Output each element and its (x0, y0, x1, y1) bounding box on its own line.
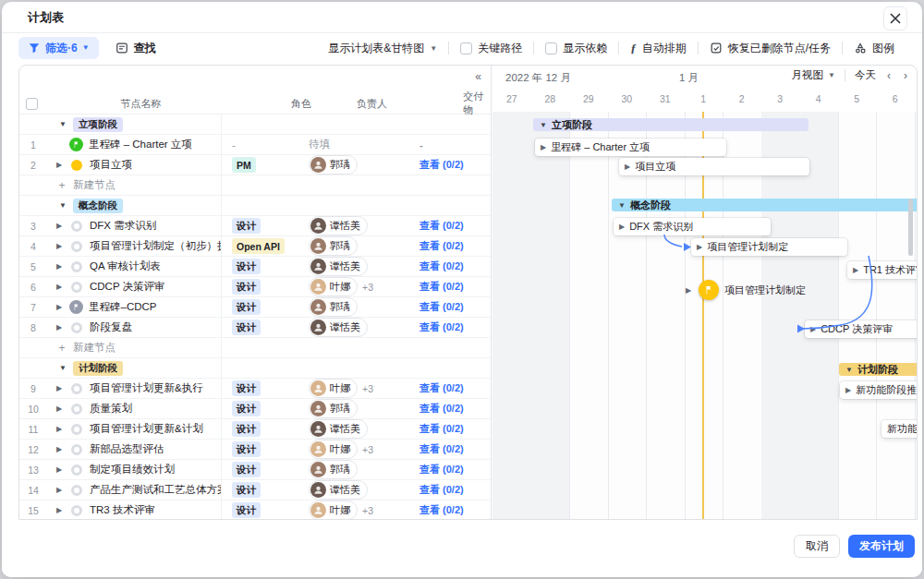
view-link[interactable]: 查看 (0/2) (419, 321, 464, 332)
owner-pill[interactable]: 郭瑀 (309, 399, 358, 418)
table-row[interactable]: 14▶产品生产测试和工艺总体方案设计设计谭恬美查看 (0/2) (19, 480, 491, 501)
owner-pill[interactable]: 叶娜 (309, 277, 358, 296)
expand-caret-icon[interactable]: ▶ (55, 404, 64, 413)
gantt-phase-bar[interactable]: ▼立项阶段 (533, 118, 808, 131)
gantt-task-bar[interactable]: ▶DFX 需求识别 (614, 218, 771, 235)
add-node-button[interactable]: 新建节点 (73, 341, 116, 355)
view-mode-select[interactable]: 显示计划表&甘特图 ▼ (317, 41, 448, 56)
phase-group-row[interactable]: ▼概念阶段 (19, 196, 491, 216)
expand-caret-icon[interactable]: ▶ (55, 222, 64, 230)
owner-pill[interactable]: 叶娜 (309, 501, 358, 519)
header-checkbox[interactable] (26, 98, 38, 110)
owner-pill[interactable]: 叶娜 (309, 440, 358, 459)
table-row[interactable]: 2▶项目立项PM郭瑀查看 (0/2) (19, 155, 491, 175)
gantt-task-bar[interactable]: ▶项目立项 (619, 158, 809, 175)
table-row[interactable]: 3▶DFX 需求识别设计谭恬美查看 (0/2) (19, 216, 491, 236)
owner-pill[interactable]: 谭恬美 (309, 419, 368, 439)
filter-chip[interactable]: 筛选·6 ▼ (18, 37, 99, 59)
gantt-task-bar[interactable]: ▶里程碑 – Charter 立项 (535, 139, 726, 156)
collapse-caret-icon[interactable]: ▼ (845, 366, 853, 374)
view-link[interactable]: 查看 (0/2) (419, 220, 464, 231)
find-button[interactable]: 查找 (116, 41, 156, 56)
expand-caret-icon[interactable]: ▶ (55, 425, 64, 433)
gantt-task-bar[interactable]: ▶项目管理计划制定 (691, 238, 847, 256)
expand-caret-icon[interactable]: ▶ (55, 506, 64, 514)
expand-caret-icon[interactable]: ▶ (55, 445, 64, 453)
table-row[interactable]: 6▶CDCP 决策评审设计叶娜+3查看 (0/2) (19, 277, 491, 297)
view-link[interactable]: 查看 (0/2) (419, 159, 464, 170)
close-button[interactable] (883, 6, 907, 30)
phase-group-row[interactable]: ▼计划阶段 (19, 358, 491, 379)
owner-pill[interactable]: 谭恬美 (309, 480, 368, 500)
view-link[interactable]: 查看 (0/2) (419, 443, 464, 454)
collapse-caret-icon[interactable]: ▼ (540, 121, 547, 129)
table-row[interactable]: 8▶阶段复盘设计谭恬美查看 (0/2) (19, 318, 491, 338)
show-deps-toggle[interactable]: 显示依赖 (534, 41, 618, 56)
gantt-task-bar[interactable]: 新功能阶段推广 (881, 420, 917, 438)
collapse-caret-icon[interactable]: ▼ (58, 201, 67, 210)
expand-caret-icon[interactable]: ▶ (55, 242, 64, 250)
add-node-row[interactable]: +新建节点 (19, 175, 491, 196)
table-row[interactable]: 10▶质量策划设计郭瑀查看 (0/2) (19, 399, 491, 419)
collapse-table-button[interactable]: « (475, 70, 480, 83)
expand-caret-icon[interactable]: ▶ (55, 384, 64, 392)
expand-caret-icon[interactable]: ▶ (55, 323, 64, 332)
expand-caret-icon[interactable]: ▶ (55, 486, 64, 494)
legend-button[interactable]: 图例 (843, 41, 906, 56)
table-row[interactable]: 15▶TR3 技术评审设计叶娜+3查看 (0/2) (19, 501, 491, 519)
expand-caret-icon[interactable]: ▶ (845, 386, 851, 394)
owner-pill[interactable]: 郭瑀 (309, 236, 358, 256)
owner-pill[interactable]: 郭瑀 (309, 297, 358, 317)
table-row[interactable]: 4▶项目管理计划制定（初步）执行Open API郭瑀查看 (0/2) (19, 236, 491, 257)
expand-caret-icon[interactable]: ▶ (55, 283, 64, 291)
collapse-caret-icon[interactable]: ▼ (58, 364, 67, 372)
critical-path-toggle[interactable]: 关键路径 (449, 41, 533, 56)
auto-schedule-button[interactable]: ƒ 自动排期 (619, 41, 698, 56)
view-link[interactable]: 查看 (0/2) (419, 301, 464, 312)
expand-caret-icon[interactable]: ▶ (697, 243, 702, 251)
expand-caret-icon[interactable]: ▶ (541, 143, 546, 151)
table-row[interactable]: 11▶项目管理计划更新&计划设计谭恬美查看 (0/2) (19, 419, 491, 440)
cancel-button[interactable]: 取消 (794, 535, 840, 558)
table-row[interactable]: 13▶制定项目绩效计划设计郭瑀查看 (0/2) (19, 460, 491, 480)
expand-caret-icon[interactable]: ▶ (55, 465, 64, 474)
gantt-phase-bar[interactable]: ▼计划阶段 (839, 363, 917, 376)
publish-button[interactable]: 发布计划 (848, 535, 915, 558)
view-link[interactable]: 查看 (0/2) (419, 260, 464, 271)
milestone-flag-group[interactable]: ▶项目管理计划制定 (684, 280, 806, 300)
view-link[interactable]: 查看 (0/2) (419, 382, 464, 393)
owner-pill[interactable]: 郭瑀 (309, 155, 358, 175)
table-row[interactable]: 1▶里程碑 – Charter 立项-待填- (19, 135, 491, 155)
prev-button[interactable]: ‹ (885, 69, 893, 82)
table-row[interactable]: 12▶新部品选型评估设计叶娜+3查看 (0/2) (19, 440, 491, 460)
view-link[interactable]: 查看 (0/2) (419, 464, 464, 475)
expand-caret-icon[interactable]: ▶ (810, 325, 816, 333)
today-button[interactable]: 今天 (855, 68, 876, 82)
collapse-caret-icon[interactable]: ▼ (58, 120, 67, 128)
expand-caret-icon[interactable]: ▶ (619, 223, 625, 231)
add-node-button[interactable]: 新建节点 (73, 178, 116, 192)
expand-caret-icon[interactable]: ▶ (625, 163, 630, 171)
view-link[interactable]: 查看 (0/2) (419, 403, 464, 414)
table-row[interactable]: 5▶QA 审核计划表设计谭恬美查看 (0/2) (19, 257, 491, 277)
gantt-task-bar[interactable]: ▶CDCP 决策评审 (805, 320, 917, 338)
table-row[interactable]: 7▶里程碑–CDCP设计郭瑀查看 (0/2) (19, 297, 491, 318)
view-link[interactable]: 查看 (0/2) (419, 240, 464, 251)
owner-pill[interactable]: 谭恬美 (309, 216, 368, 235)
view-link[interactable]: 查看 (0/2) (419, 423, 464, 434)
owner-pill[interactable]: 叶娜 (309, 379, 358, 398)
phase-group-row[interactable]: ▼立项阶段 (19, 115, 491, 135)
next-button[interactable]: › (902, 69, 909, 82)
show-deps-checkbox[interactable] (545, 42, 557, 54)
view-link[interactable]: 查看 (0/2) (419, 504, 464, 515)
owner-pill[interactable]: 谭恬美 (309, 318, 368, 337)
gantt-task-bar[interactable]: ▶TR1 技术评审 (847, 261, 917, 279)
expand-caret-icon[interactable]: ▶ (684, 286, 693, 295)
restore-deleted-button[interactable]: 恢复已删除节点/任务 (699, 41, 842, 56)
owner-pill[interactable]: 谭恬美 (309, 257, 368, 276)
scrollbar-thumb[interactable] (908, 199, 913, 256)
critical-path-checkbox[interactable] (460, 42, 472, 54)
table-row[interactable]: 9▶项目管理计划更新&执行设计叶娜+3查看 (0/2) (19, 379, 491, 399)
view-link[interactable]: 查看 (0/2) (419, 484, 464, 495)
expand-caret-icon[interactable]: ▶ (55, 161, 64, 169)
